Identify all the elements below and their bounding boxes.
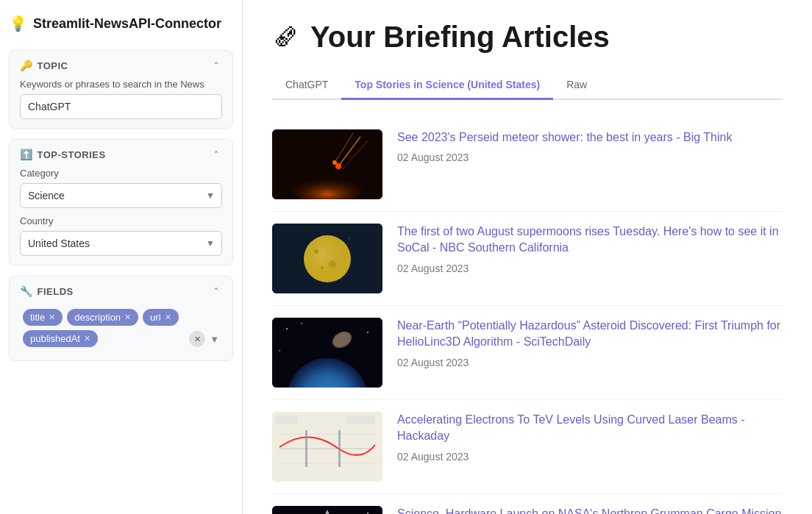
article-thumbnail [272, 224, 382, 293]
tab-raw[interactable]: Raw [553, 71, 600, 100]
main-content: 🗞 Your Briefing Articles ChatGPT Top Sto… [243, 0, 812, 514]
article-link[interactable]: Science, Hardware Launch on NASA's North… [397, 506, 783, 514]
fields-tags-area: title ✕ description ✕ url ✕ publishedAt … [20, 304, 222, 351]
country-select-wrapper: United States United Kingdom Australia C… [20, 231, 222, 256]
article-thumbnail [272, 412, 382, 482]
tag-description-remove[interactable]: ✕ [124, 313, 131, 322]
svg-point-6 [332, 160, 337, 165]
article-date: 02 August 2023 [397, 451, 783, 463]
tag-title-label: title [30, 312, 45, 323]
country-select[interactable]: United States United Kingdom Australia C… [20, 231, 222, 256]
top-stories-section-header: ⬆️ TOP-STORIES ⌃ [20, 149, 222, 160]
tag-publishedAt: publishedAt ✕ [23, 330, 98, 347]
tag-url-remove[interactable]: ✕ [165, 313, 171, 322]
tabs-row: ChatGPT Top Stories in Science (United S… [272, 71, 783, 100]
topic-icon: 🔑 [20, 60, 33, 71]
article-info: The first of two August supermoons rises… [397, 224, 783, 274]
article-info: See 2023's Perseid meteor shower: the be… [397, 129, 783, 163]
topic-section-header: 🔑 TOPIC ⌃ [20, 60, 222, 71]
svg-point-5 [335, 163, 341, 169]
article-thumbnail [272, 129, 382, 199]
top-stories-section-title: ⬆️ TOP-STORIES [20, 149, 106, 160]
article-thumbnail [272, 506, 382, 514]
category-label: Category [20, 168, 222, 179]
svg-point-20 [367, 332, 368, 333]
topic-section-title: 🔑 TOPIC [20, 60, 68, 71]
svg-point-11 [329, 260, 336, 268]
fields-section-title: 🔧 FIELDS [20, 285, 74, 297]
tag-description: description ✕ [67, 309, 138, 326]
page-header-icon: 🗞 [272, 22, 299, 53]
app-title-text: Streamlit-NewsAPI-Connector [33, 16, 221, 32]
svg-point-19 [301, 323, 302, 324]
tags-expand-button[interactable]: ▼ [210, 334, 219, 345]
app-title: 💡 Streamlit-NewsAPI-Connector [9, 12, 233, 35]
article-info: Accelerating Electrons To TeV Levels Usi… [397, 412, 783, 463]
svg-rect-28 [276, 415, 298, 424]
app-title-emoji: 💡 [9, 15, 27, 32]
page-title: Your Briefing Articles [310, 21, 610, 54]
svg-rect-26 [305, 430, 307, 467]
svg-point-21 [279, 350, 280, 351]
tags-controls: ✕ ▼ [189, 331, 219, 347]
tag-url-label: url [150, 312, 160, 323]
top-stories-section: ⬆️ TOP-STORIES ⌃ Category Business Enter… [9, 139, 233, 265]
tab-top-stories[interactable]: Top Stories in Science (United States) [341, 71, 553, 100]
article-link[interactable]: Near-Earth “Potentially Hazardous” Aster… [397, 318, 783, 351]
topic-section: 🔑 TOPIC ⌃ Keywords or phrases to search … [9, 50, 233, 129]
article-item: See 2023's Perseid meteor shower: the be… [272, 118, 783, 212]
article-item: The first of two August supermoons rises… [272, 212, 783, 306]
article-date: 02 August 2023 [397, 357, 783, 368]
svg-point-13 [348, 237, 351, 240]
svg-point-18 [286, 328, 288, 329]
article-date: 02 August 2023 [397, 263, 783, 274]
article-thumbnail [272, 318, 382, 388]
svg-point-10 [314, 249, 318, 254]
tags-clear-button[interactable]: ✕ [189, 331, 205, 347]
category-select-wrapper: Business Entertainment General Health Sc… [20, 183, 222, 208]
article-item: Accelerating Electrons To TeV Levels Usi… [272, 400, 783, 494]
fields-section: 🔧 FIELDS ⌃ title ✕ description ✕ url ✕ p… [9, 276, 233, 361]
svg-point-12 [321, 266, 324, 269]
tag-title: title ✕ [23, 309, 63, 326]
keywords-input[interactable] [20, 94, 222, 119]
keywords-label: Keywords or phrases to search in the New… [20, 79, 222, 90]
tab-chatgpt[interactable]: ChatGPT [272, 71, 341, 100]
article-info: Science, Hardware Launch on NASA's North… [397, 506, 783, 514]
article-item: Near-Earth “Potentially Hazardous” Aster… [272, 306, 783, 400]
article-link[interactable]: See 2023's Perseid meteor shower: the be… [397, 129, 783, 146]
tag-publishedAt-label: publishedAt [30, 333, 80, 344]
tag-publishedAt-remove[interactable]: ✕ [84, 334, 90, 343]
tag-title-remove[interactable]: ✕ [49, 313, 55, 322]
fields-section-header: 🔧 FIELDS ⌃ [20, 285, 222, 297]
top-stories-collapse-button[interactable]: ⌃ [210, 149, 222, 160]
article-item: Science, Hardware Launch on NASA's North… [272, 494, 783, 514]
sidebar: 💡 Streamlit-NewsAPI-Connector 🔑 TOPIC ⌃ … [0, 0, 243, 514]
fields-collapse-button[interactable]: ⌃ [210, 285, 222, 297]
tag-description-label: description [74, 312, 121, 323]
top-stories-icon: ⬆️ [20, 149, 33, 160]
article-list: See 2023's Perseid meteor shower: the be… [272, 118, 783, 514]
page-header: 🗞 Your Briefing Articles [272, 21, 783, 54]
fields-icon: 🔧 [20, 285, 33, 297]
article-date: 02 August 2023 [397, 151, 783, 163]
tag-url: url ✕ [143, 309, 178, 326]
svg-point-9 [304, 235, 351, 282]
article-info: Near-Earth “Potentially Hazardous” Aster… [397, 318, 783, 368]
country-label: Country [20, 215, 222, 226]
category-select[interactable]: Business Entertainment General Health Sc… [20, 183, 222, 208]
topic-collapse-button[interactable]: ⌃ [210, 60, 222, 71]
article-link[interactable]: Accelerating Electrons To TeV Levels Usi… [397, 412, 783, 445]
svg-rect-27 [338, 430, 341, 467]
svg-rect-29 [346, 415, 375, 424]
article-link[interactable]: The first of two August supermoons rises… [397, 224, 783, 257]
